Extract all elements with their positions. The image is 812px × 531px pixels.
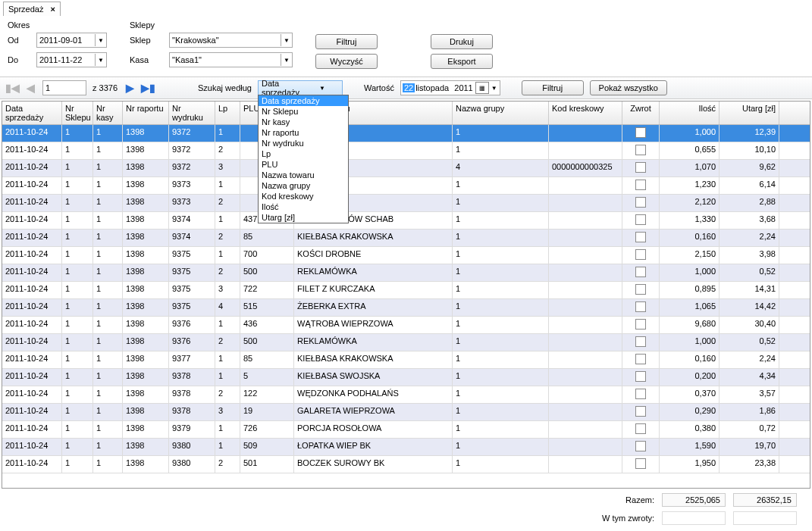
zwrot-checkbox[interactable]	[635, 197, 646, 208]
table-row[interactable]: 2011-10-2411139893753722FILET Z KURCZAKA…	[2, 282, 810, 299]
chevron-down-icon[interactable]: ▼	[95, 54, 106, 66]
dropdown-option[interactable]: Nr Sklepu	[259, 106, 348, 117]
table-row[interactable]: 2011-10-241113989377185KIEŁBASA KRAKOWSK…	[2, 351, 810, 369]
cell	[549, 247, 622, 264]
zwrot-checkbox[interactable]	[635, 180, 646, 190]
cell: 1	[453, 177, 549, 194]
dropdown-option[interactable]: Nr kasy	[259, 117, 348, 127]
zwrot-checkbox[interactable]	[635, 371, 646, 382]
zwrot-checkbox[interactable]	[635, 423, 646, 434]
column-header[interactable]: Kod kreskowy	[549, 102, 622, 124]
cell: 1	[453, 404, 549, 420]
column-header[interactable]: Utarg [zł]	[720, 102, 779, 124]
kasa-combo[interactable]: ▼	[169, 52, 293, 67]
zwrot-checkbox[interactable]	[635, 284, 646, 295]
table-row[interactable]: 2011-10-2411139893731YLNA11,2306,14	[2, 177, 810, 195]
dropdown-option[interactable]: Ilość	[259, 201, 348, 212]
drukuj-button[interactable]: Drukuj	[431, 34, 493, 49]
table-row[interactable]: 2011-10-2411139893752500REKLAMÓWKA11,000…	[2, 264, 810, 282]
column-header[interactable]: Nr raportu	[123, 102, 169, 124]
column-header[interactable]: Zwrot	[622, 102, 660, 124]
cell: 9375	[169, 264, 215, 281]
table-row[interactable]: 2011-10-2411139893802501BOCZEK SUROWY BK…	[2, 456, 810, 473]
table-row[interactable]: 2011-10-2411139893801509ŁOPATKA WIEP BK1…	[2, 439, 810, 456]
page-input[interactable]	[42, 80, 86, 95]
table-row[interactable]: 2011-10-2411139893754515ŻEBERKA EXTRA11,…	[2, 299, 810, 317]
zwrot-checkbox[interactable]	[635, 249, 646, 260]
table-row[interactable]: 2011-10-2411139893741437KOŚCI KARKÓW SCH…	[2, 212, 810, 230]
dropdown-option[interactable]: Nazwa grupy	[259, 180, 348, 191]
table-row[interactable]: 2011-10-241113989374285KIEŁBASA KRAKOWSK…	[2, 230, 810, 247]
column-header[interactable]: Nr Sklepu	[62, 102, 93, 124]
search-label: Szukaj według	[198, 83, 252, 92]
tab-sprzedaz[interactable]: Sprzedaż ×	[3, 2, 61, 16]
dropdown-option[interactable]: Nr raportu	[259, 127, 348, 138]
zwrot-checkbox[interactable]	[635, 145, 646, 155]
od-date-input[interactable]: ▼	[36, 33, 107, 48]
zwrot-checkbox[interactable]	[635, 301, 646, 312]
filtruj-button[interactable]: Filtruj	[315, 34, 378, 49]
column-header[interactable]: Data sprzedaży	[2, 102, 62, 124]
zwrot-checkbox[interactable]	[635, 319, 646, 330]
zwrot-checkbox[interactable]	[635, 162, 646, 173]
zwrot-checkbox[interactable]	[635, 389, 646, 399]
zwrot-checkbox[interactable]	[635, 214, 646, 225]
next-page-icon[interactable]: ▶	[124, 82, 136, 94]
grid-body[interactable]: 2011-10-241113989372111,00012,392011-10-…	[2, 125, 810, 488]
dropdown-option[interactable]: Kod kreskowy	[259, 191, 348, 201]
zwrot-checkbox[interactable]	[635, 354, 646, 364]
last-page-icon[interactable]: ▶▮	[142, 82, 154, 94]
zwrot-checkbox[interactable]	[635, 458, 646, 469]
prev-page-icon[interactable]: ◀	[24, 82, 36, 94]
dropdown-list[interactable]: Data sprzedażyNr SklepuNr kasyNr raportu…	[258, 95, 349, 223]
chevron-down-icon[interactable]: ▼	[281, 54, 292, 66]
column-header[interactable]: Nazwa grupy	[453, 102, 549, 124]
table-row[interactable]: 2011-10-2411139893732ZOWE12,1202,88	[2, 195, 810, 212]
wartosc-date-input[interactable]: 22 listopada 2011 ▦ ▼	[400, 80, 500, 95]
chevron-down-icon[interactable]: ▼	[281, 34, 292, 46]
zwrot-checkbox[interactable]	[635, 441, 646, 451]
dropdown-option[interactable]: Nazwa towaru	[259, 170, 348, 180]
eksport-button[interactable]: Eksport	[431, 54, 493, 69]
dropdown-option[interactable]: Lp	[259, 148, 348, 159]
table-row[interactable]: 2011-10-2411139893782122WĘDZONKA PODHALA…	[2, 386, 810, 404]
column-header[interactable]: Ilość	[660, 102, 720, 124]
table-row[interactable]: 2011-10-2411139893762500REKLAMÓWKA11,000…	[2, 334, 810, 351]
zwrot-checkbox[interactable]	[635, 336, 646, 347]
table-row[interactable]: 2011-10-2411139893723AJNA400000000003251…	[2, 160, 810, 177]
chevron-down-icon[interactable]: ▼	[303, 85, 342, 92]
chevron-down-icon[interactable]: ▼	[491, 85, 498, 92]
dropdown-option[interactable]: PLU	[259, 159, 348, 170]
column-header[interactable]: Nr kasy	[93, 102, 123, 124]
close-icon[interactable]: ×	[51, 5, 55, 14]
chevron-down-icon[interactable]: ▼	[95, 34, 106, 46]
do-date-input[interactable]: ▼	[36, 52, 107, 67]
cell	[549, 195, 622, 211]
search-field-dropdown[interactable]: Data sprzedaży▼ Data sprzedażyNr SklepuN…	[258, 80, 343, 95]
calendar-icon[interactable]: ▦	[475, 82, 489, 94]
cell	[549, 212, 622, 229]
table-row[interactable]: 2011-10-2411139893791726PORCJA ROSOŁOWA1…	[2, 421, 810, 439]
table-row[interactable]: 2011-10-2411139893722OM. PIEC10,65510,10	[2, 142, 810, 160]
zwrot-checkbox[interactable]	[635, 406, 646, 417]
zwrot-checkbox[interactable]	[635, 267, 646, 277]
dropdown-option[interactable]: Data sprzedaży	[259, 95, 348, 106]
cell: 1	[62, 456, 93, 473]
dropdown-option[interactable]: Utarg [zł]	[259, 212, 348, 223]
pokaz-wszystko-button[interactable]: Pokaż wszystko	[590, 80, 667, 95]
table-row[interactable]: 2011-10-241113989378319GALARETA WIEPRZOW…	[2, 404, 810, 421]
zwrot-checkbox[interactable]	[635, 232, 646, 242]
cell: 2011-10-24	[2, 195, 62, 211]
table-row[interactable]: 2011-10-2411139893751700KOŚCI DROBNE12,1…	[2, 247, 810, 264]
wyczysc-button[interactable]: Wyczyść	[315, 54, 378, 69]
sklep-combo[interactable]: ▼	[169, 33, 293, 48]
table-row[interactable]: 2011-10-2411139893761436WĄTROBA WIEPRZOW…	[2, 317, 810, 334]
first-page-icon[interactable]: ▮◀	[6, 82, 18, 94]
dropdown-option[interactable]: Nr wydruku	[259, 138, 348, 148]
table-row[interactable]: 2011-10-24111398937815KIEŁBASA SWOJSKA10…	[2, 369, 810, 386]
table-row[interactable]: 2011-10-241113989372111,00012,39	[2, 125, 810, 142]
zwrot-checkbox[interactable]	[635, 127, 646, 138]
column-header[interactable]: Nr wydruku	[169, 102, 215, 124]
toolbar-filtruj-button[interactable]: Filtruj	[522, 80, 584, 95]
column-header[interactable]: Lp	[215, 102, 240, 124]
